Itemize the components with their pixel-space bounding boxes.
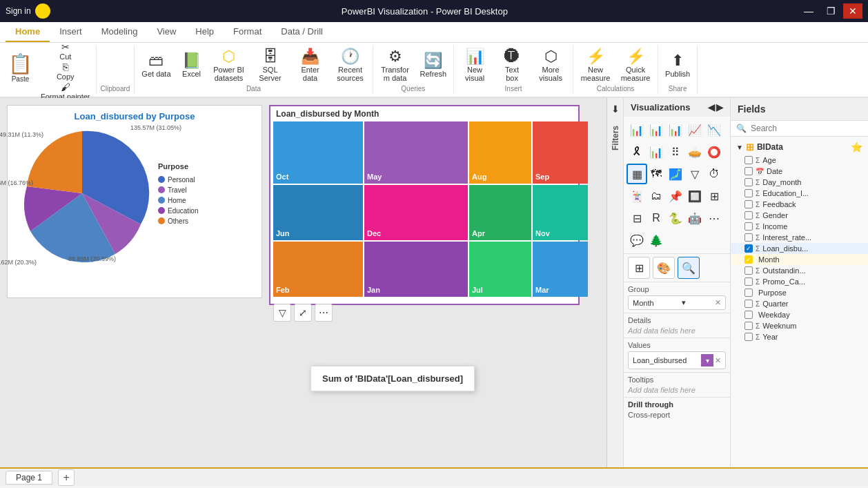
field-purpose[interactable]: Purpose (731, 287, 868, 298)
analytics-action-btn[interactable]: 🔍 (678, 257, 700, 279)
paste-button[interactable]: 📋 Paste (3, 46, 38, 90)
tab-help[interactable]: Help (186, 22, 224, 42)
close-button[interactable]: ✕ (843, 3, 862, 19)
sign-in-label[interactable]: Sign in (6, 6, 31, 16)
more-options-button[interactable]: ⋯ (315, 304, 333, 322)
canvas[interactable]: Loan_disbursed by Purpose (0, 98, 623, 467)
vis-icon-r[interactable]: R (646, 208, 667, 228)
field-year[interactable]: Σ Year (731, 331, 868, 342)
treemap-cell-mar[interactable]: Mar (533, 242, 588, 297)
excel-button[interactable]: 📗 Excel (177, 46, 207, 85)
filter-vis-button[interactable]: ▽ (273, 304, 291, 322)
field-outstanding-checkbox[interactable] (744, 266, 753, 275)
field-promo-checkbox[interactable] (744, 277, 753, 286)
tab-insert[interactable]: Insert (50, 22, 92, 42)
new-measure-button[interactable]: ⚡ New measure (576, 46, 615, 85)
field-promo[interactable]: Σ Promo_Ca... (731, 276, 868, 287)
vis-icon-funnel[interactable]: ▽ (684, 164, 705, 184)
treemap-cell-jul[interactable]: Jul (469, 242, 531, 297)
treemap-cell-jan[interactable]: Jan (364, 242, 468, 297)
values-remove[interactable]: ✕ (715, 356, 721, 365)
format-action-btn[interactable]: 🎨 (653, 257, 675, 279)
fields-search-area[interactable]: 🔍 (731, 121, 868, 137)
fields-action-btn[interactable]: ⊞ (628, 257, 650, 279)
field-month[interactable]: ✓ Month (731, 254, 868, 265)
publish-button[interactable]: ⬆ Publish (661, 46, 694, 85)
page-1-tab[interactable]: Page 1 (6, 471, 52, 485)
field-income-checkbox[interactable] (744, 222, 753, 231)
field-day-month[interactable]: Σ Day_month (731, 177, 868, 188)
field-month-checkbox[interactable]: ✓ (744, 255, 753, 264)
tab-modeling[interactable]: Modeling (92, 22, 148, 42)
focus-mode-button[interactable]: ⤢ (294, 304, 312, 322)
sql-server-button[interactable]: 🗄 SQL Server (251, 46, 290, 85)
enter-data-button[interactable]: 📥 Enter data (291, 46, 330, 85)
pie-chart-visual[interactable]: Loan_disbursed by Purpose (7, 105, 262, 298)
field-interest-rate[interactable]: Σ Interest_rate... (731, 232, 868, 243)
treemap-cell-jun[interactable]: Jun (273, 185, 363, 240)
vis-icon-donut[interactable]: ⭕ (704, 141, 724, 162)
field-income[interactable]: Σ Income (731, 221, 868, 232)
cut-button[interactable]: ✂ Cut (38, 40, 93, 59)
vis-icon-card[interactable]: 🃏 (627, 186, 647, 206)
vis-icon-area[interactable]: 📉 (704, 119, 724, 140)
table-header-bidata[interactable]: ▼ ⊞ BIData ⭐ (731, 139, 868, 155)
field-feedback-checkbox[interactable] (744, 200, 753, 208)
treemap-cell-oct[interactable]: Oct (273, 121, 363, 184)
field-weeknum-checkbox[interactable] (744, 322, 753, 330)
vis-icon-qna[interactable]: 💬 (627, 230, 647, 251)
field-age[interactable]: Σ Age (731, 155, 868, 166)
field-quarter-checkbox[interactable] (744, 300, 753, 308)
field-outstanding[interactable]: Σ Outstandin... (731, 265, 868, 276)
format-painter-button[interactable]: 🖌 Format painter (38, 80, 93, 99)
vis-icon-map[interactable]: 🗺 (646, 164, 667, 184)
search-input[interactable] (751, 124, 862, 133)
drilldown-icon[interactable]: ⬇ (611, 104, 620, 115)
vis-icon-pie[interactable]: 🥧 (684, 141, 705, 162)
field-education-checkbox[interactable] (744, 189, 753, 197)
field-education[interactable]: Σ Education_l... (731, 188, 868, 199)
vis-icon-slicer[interactable]: 🔲 (684, 186, 705, 206)
tab-view[interactable]: View (147, 22, 186, 42)
treemap-cell-nov[interactable]: Nov (533, 185, 588, 240)
vis-icon-gauge[interactable]: ⏱ (704, 164, 724, 184)
vis-icon-filled-map[interactable]: 🗾 (665, 164, 686, 184)
field-interest-rate-checkbox[interactable] (744, 233, 753, 242)
vis-icon-treemap[interactable]: ▦ (627, 164, 647, 184)
treemap-cell-aug[interactable]: Aug (469, 121, 531, 184)
field-weekday[interactable]: Weekday (731, 309, 868, 320)
treemap-cell-apr[interactable]: Apr (469, 185, 531, 240)
vis-icon-more[interactable]: ⋯ (704, 208, 724, 228)
vis-icon-table[interactable]: ⊞ (704, 186, 724, 206)
group-remove[interactable]: ✕ (715, 298, 721, 307)
vis-panel-next[interactable]: ▶ (716, 102, 723, 113)
field-day-month-checkbox[interactable] (744, 178, 753, 186)
treemap-cell-sep[interactable]: Sep (533, 121, 588, 184)
more-visuals-button[interactable]: ⬡ More visuals (531, 46, 570, 85)
vis-icon-stacked-bar[interactable]: 📊 (646, 119, 667, 140)
quick-measure-button[interactable]: ⚡ Quick measure (616, 46, 655, 85)
field-quarter[interactable]: Σ Quarter (731, 298, 868, 309)
vis-icon-ribbon[interactable]: 🎗 (627, 141, 647, 162)
field-purpose-checkbox[interactable] (744, 289, 753, 297)
values-dropdown-arrow[interactable]: ▾ (701, 354, 713, 367)
vis-icon-clustered[interactable]: 📊 (665, 119, 686, 140)
field-loan-disbursed-checkbox[interactable]: ✓ (744, 244, 753, 253)
filters-label[interactable]: Filters (609, 123, 622, 153)
field-gender-checkbox[interactable] (744, 211, 753, 219)
treemap-cell-dec[interactable]: Dec (364, 185, 468, 240)
vis-panel-prev[interactable]: ◀ (708, 102, 715, 113)
vis-icon-scatter[interactable]: ⠿ (665, 141, 686, 162)
treemap-visual[interactable]: Loan_disbursed by Month Oct May Aug Sep … (269, 105, 580, 305)
tab-home[interactable]: Home (6, 22, 50, 42)
field-date-checkbox[interactable] (744, 167, 753, 175)
vis-icon-waterfall[interactable]: 📊 (646, 141, 667, 162)
vis-icon-bar[interactable]: 📊 (627, 119, 647, 140)
vis-icon-line[interactable]: 📈 (684, 119, 705, 140)
tab-format[interactable]: Format (224, 22, 271, 42)
field-gender[interactable]: Σ Gender (731, 210, 868, 221)
vis-icon-kpi[interactable]: 📌 (665, 186, 686, 206)
power-bi-datasets-button[interactable]: ⬡ Power BI datasets (208, 46, 250, 85)
transform-data-button[interactable]: ⚙ Transform data (376, 46, 415, 85)
text-box-button[interactable]: 🅣 Text box (494, 46, 530, 85)
